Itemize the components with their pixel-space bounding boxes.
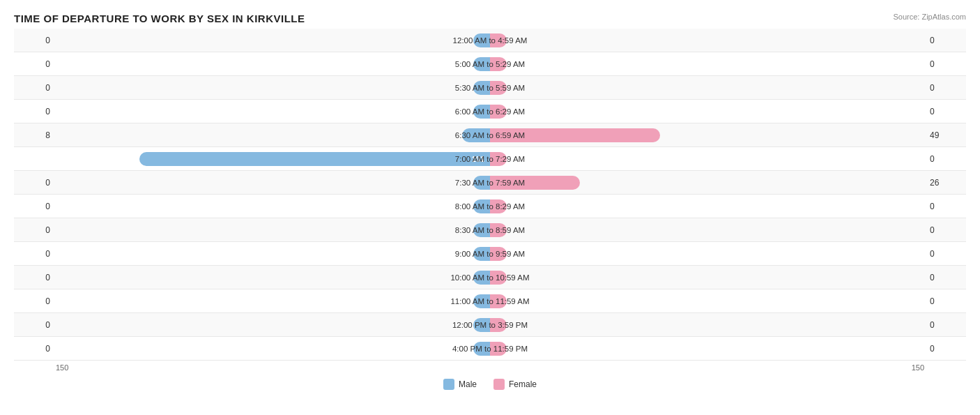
female-value: 0: [924, 83, 966, 93]
female-value: 0: [924, 249, 966, 259]
male-bar-label: 101: [472, 155, 484, 163]
bar-area: 8:00 AM to 8:29 AM: [56, 195, 924, 218]
bar-area: 6:30 AM to 6:59 AM: [56, 123, 924, 146]
female-bar-wrap: [490, 176, 580, 190]
female-bar: [490, 57, 507, 71]
male-bar-wrap: [473, 199, 490, 213]
female-bar-wrap: [490, 105, 507, 119]
male-value: 0: [14, 273, 56, 282]
bar-area: 11:00 AM to 11:59 AM: [56, 289, 924, 312]
bar-area: 8:30 AM to 8:59 AM: [56, 218, 924, 241]
female-bar: [490, 271, 507, 285]
legend: Male Female: [14, 379, 966, 390]
table-row: 010:00 AM to 10:59 AM0: [14, 266, 966, 289]
axis-labels: 150 150: [14, 363, 966, 372]
bar-area: 5:00 AM to 5:29 AM: [56, 52, 924, 75]
female-bar-wrap: [490, 294, 507, 308]
female-bar: [490, 152, 507, 166]
male-bar: [473, 57, 490, 71]
male-bar-wrap: [473, 105, 490, 119]
male-bar-wrap: [473, 247, 490, 261]
female-bar: [490, 128, 660, 142]
male-bar: [473, 247, 490, 261]
male-bar-wrap: 101: [139, 152, 490, 166]
bar-area: 7:00 AM to 7:29 AM101: [56, 147, 924, 170]
male-bar: [473, 105, 490, 119]
female-bar-wrap: [490, 223, 507, 237]
male-value: 0: [14, 296, 56, 306]
female-value: 0: [924, 320, 966, 330]
male-value: 0: [14, 107, 56, 116]
male-bar: [473, 199, 490, 213]
female-bar-wrap: [490, 318, 507, 332]
female-bar: [490, 176, 580, 190]
female-bar-wrap: [490, 247, 507, 261]
female-bar-wrap: [490, 271, 507, 285]
male-value: 0: [14, 202, 56, 211]
male-bar-wrap: [473, 57, 490, 71]
bar-area: 12:00 PM to 3:59 PM: [56, 313, 924, 336]
female-bar: [490, 33, 507, 47]
table-row: 7:00 AM to 7:29 AM1010: [14, 147, 966, 171]
female-value: 0: [924, 59, 966, 69]
male-bar: [473, 342, 490, 356]
female-bar-wrap: [490, 152, 507, 166]
male-bar-wrap: [473, 294, 490, 308]
female-bar: [490, 342, 507, 356]
chart-container: TIME OF DEPARTURE TO WORK BY SEX IN KIRK…: [0, 0, 980, 415]
table-row: 08:30 AM to 8:59 AM0: [14, 218, 966, 242]
male-bar-wrap: [473, 176, 490, 190]
source-label: Source: ZipAtlas.com: [893, 13, 966, 21]
male-value: 0: [14, 225, 56, 235]
female-bar-wrap: [490, 81, 507, 95]
female-value: 0: [924, 36, 966, 45]
table-row: 09:00 AM to 9:59 AM0: [14, 242, 966, 266]
male-bar-wrap: [473, 318, 490, 332]
legend-female-box: [493, 379, 505, 390]
male-bar-wrap: [473, 271, 490, 285]
male-bar: [473, 318, 490, 332]
table-row: 08:00 AM to 8:29 AM0: [14, 195, 966, 218]
axis-left: 150: [56, 363, 68, 372]
table-row: 05:30 AM to 5:59 AM0: [14, 76, 966, 100]
female-value: 0: [924, 154, 966, 164]
male-bar-wrap: [462, 128, 490, 142]
female-value: 0: [924, 344, 966, 354]
male-bar: [473, 294, 490, 308]
chart-area: 012:00 AM to 4:59 AM005:00 AM to 5:29 AM…: [14, 29, 966, 361]
male-value: 0: [14, 249, 56, 259]
legend-female: Female: [493, 379, 537, 390]
male-bar: [473, 223, 490, 237]
male-value: 8: [14, 130, 56, 140]
table-row: 04:00 PM to 11:59 PM0: [14, 337, 966, 361]
female-bar-wrap: [490, 33, 507, 47]
bar-area: 12:00 AM to 4:59 AM: [56, 29, 924, 52]
legend-male-box: [443, 379, 454, 390]
table-row: 012:00 PM to 3:59 PM0: [14, 313, 966, 337]
male-bar-wrap: [473, 81, 490, 95]
male-bar: 101: [139, 152, 490, 166]
male-value: 0: [14, 59, 56, 69]
female-bar-wrap: [490, 128, 660, 142]
legend-male-label: Male: [459, 379, 477, 389]
female-value: 26: [924, 178, 966, 188]
female-value: 0: [924, 225, 966, 235]
chart-title: TIME OF DEPARTURE TO WORK BY SEX IN KIRK…: [14, 13, 966, 24]
bar-area: 10:00 AM to 10:59 AM: [56, 266, 924, 289]
female-value: 0: [924, 296, 966, 306]
table-row: 05:00 AM to 5:29 AM0: [14, 52, 966, 76]
bar-area: 5:30 AM to 5:59 AM: [56, 76, 924, 99]
bar-area: 6:00 AM to 6:29 AM: [56, 100, 924, 123]
table-row: 86:30 AM to 6:59 AM49: [14, 123, 966, 147]
female-bar: [490, 105, 507, 119]
male-bar: [473, 271, 490, 285]
male-value: 0: [14, 344, 56, 354]
table-row: 012:00 AM to 4:59 AM0: [14, 29, 966, 52]
female-value: 0: [924, 273, 966, 282]
male-bar: [462, 128, 490, 142]
table-row: 06:00 AM to 6:29 AM0: [14, 100, 966, 123]
female-bar: [490, 318, 507, 332]
axis-right: 150: [912, 363, 924, 372]
table-row: 07:30 AM to 7:59 AM26: [14, 171, 966, 195]
female-bar: [490, 199, 507, 213]
